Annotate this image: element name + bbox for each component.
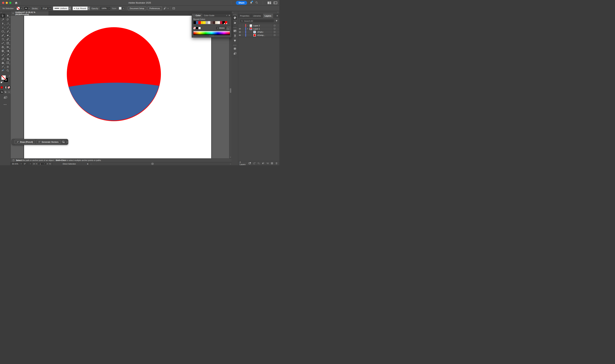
taskbar-more-icon[interactable]: •••	[66, 141, 70, 143]
search-input[interactable]	[244, 20, 273, 22]
swatches-panel-icon[interactable]	[233, 29, 237, 33]
recent-color-swatch[interactable]	[218, 21, 220, 24]
panel-menu-icon[interactable]: ≡	[275, 14, 279, 18]
hex-color-value[interactable]: ff0000	[219, 27, 225, 29]
search-icon[interactable]	[255, 1, 258, 4]
first-artboard-icon[interactable]: ◀	[33, 163, 35, 165]
target-circle[interactable]	[272, 30, 277, 33]
minimize-window-button[interactable]	[6, 2, 8, 4]
ellipse-tool[interactable]	[0, 29, 5, 33]
rotation-dropdown[interactable]: 0° ∨	[23, 162, 32, 165]
sublayer-thumbnail[interactable]	[253, 34, 256, 37]
rotate-view-tool[interactable]	[0, 68, 5, 72]
chevron-down-icon[interactable]: ∨	[48, 7, 52, 10]
draw-pencil-button[interactable]: Draw (Pencil)	[14, 140, 35, 144]
tab-properties[interactable]: Properties	[238, 14, 251, 18]
direct-selection-tool[interactable]	[5, 14, 10, 18]
opacity-expand-arrow[interactable]: ›	[108, 7, 111, 10]
recent-color-swatch[interactable]	[208, 21, 210, 24]
recent-color-swatch[interactable]	[213, 21, 215, 24]
color-button[interactable]	[0, 86, 3, 89]
close-window-button[interactable]	[2, 2, 4, 4]
snapping-options-dropdown[interactable]: ∨	[163, 7, 169, 10]
sublayer-name[interactable]: <Comp...	[257, 34, 272, 36]
type-tool[interactable]: T	[0, 26, 5, 29]
document-tab[interactable]: × Untitled-5* @ 30.41 % (RGB/Preview)	[11, 11, 48, 15]
tab-libraries[interactable]: Libraries	[251, 14, 263, 18]
panel-overflow-icon[interactable]: »	[226, 14, 227, 16]
fill-color-dropdown[interactable]: ∨	[16, 6, 23, 10]
layer-row-path[interactable]: <Path>	[238, 30, 279, 34]
opacity-label[interactable]: Opacity:	[91, 7, 98, 9]
white-color-swatch[interactable]	[198, 27, 201, 29]
search-box[interactable]	[240, 19, 274, 23]
locate-object-icon[interactable]	[257, 162, 260, 165]
recent-color-swatch[interactable]	[196, 21, 198, 24]
workspace-switcher-icon[interactable]	[268, 2, 271, 4]
dimension-tool[interactable]	[0, 53, 5, 57]
new-layer-icon[interactable]	[271, 162, 273, 165]
horizontal-scrollbar[interactable]: ‹ ›	[90, 162, 232, 165]
tab-color-guide[interactable]: Color Guide	[202, 13, 216, 17]
layer-row-compound[interactable]: <Comp...	[238, 34, 279, 37]
layer-row-layer1[interactable]: ∨ Layer 1	[238, 27, 279, 30]
artboard-tool[interactable]	[5, 61, 10, 65]
artboard[interactable]	[24, 16, 212, 158]
zoom-level-dropdown[interactable]: 30.41% ∨	[11, 162, 23, 165]
lock-toggle[interactable]	[242, 27, 245, 30]
draw-normal-icon[interactable]	[0, 90, 3, 94]
fill-indicator-none[interactable]	[1, 75, 6, 80]
hex-color-field[interactable]: # ff0000	[216, 26, 226, 30]
stroke-weight-field[interactable]: ∧∨ 15 pt ∨	[39, 6, 52, 10]
color-guide-panel-icon[interactable]	[233, 20, 237, 25]
expand-chevron-icon[interactable]: ›	[246, 25, 250, 26]
width-profile-dropdown[interactable]: Uniform ∨	[53, 6, 71, 10]
dock-drag-handle[interactable]	[233, 27, 237, 28]
recent-color-swatch[interactable]	[194, 21, 196, 24]
slice-tool[interactable]	[0, 65, 5, 68]
eraser-tool[interactable]	[5, 33, 10, 37]
shift-spectrum-icon[interactable]	[227, 27, 230, 29]
filter-icon[interactable]	[275, 20, 278, 22]
export-icon[interactable]	[253, 162, 256, 165]
home-icon[interactable]	[14, 1, 18, 4]
default-fill-stroke-icon[interactable]	[1, 81, 3, 83]
recent-color-swatch[interactable]	[206, 21, 208, 24]
stroke-label[interactable]: Stroke:	[32, 7, 38, 9]
scroll-left-icon[interactable]: ‹	[91, 162, 91, 165]
recent-color-swatch[interactable]	[203, 21, 206, 24]
collapse-dock-icon[interactable]: »	[277, 11, 278, 14]
recent-color-swatch[interactable]	[198, 21, 201, 24]
gradient-button[interactable]	[4, 86, 7, 89]
preferences-button[interactable]: Preferences	[148, 7, 162, 10]
draw-inside-icon[interactable]	[7, 90, 11, 94]
edit-toolbar-icon[interactable]: •••	[4, 103, 7, 105]
sublayer-name[interactable]: <Path>	[257, 31, 272, 33]
draw-behind-icon[interactable]	[4, 90, 7, 94]
collapse-tools-icon[interactable]: «	[0, 11, 2, 13]
visibility-eye-icon[interactable]	[238, 34, 242, 37]
corner-style-dropdown[interactable]: 3 pt. Round ∨	[72, 6, 90, 10]
tab-color[interactable]: ◇ Color	[192, 13, 202, 17]
perspective-grid-tool[interactable]	[5, 45, 10, 49]
generate-vectors-button[interactable]: Generate Vectors	[36, 140, 61, 144]
share-button[interactable]: Share	[236, 1, 247, 5]
layer-name[interactable]: Layer 1	[253, 28, 272, 30]
rotate-tool[interactable]	[0, 37, 5, 41]
notifications-bell-icon[interactable]	[250, 1, 253, 4]
shape-builder-tool[interactable]	[0, 45, 5, 49]
make-clipping-mask-icon[interactable]	[262, 162, 265, 165]
color-spectrum[interactable]	[193, 31, 230, 35]
tab-layers[interactable]: Layers	[263, 14, 273, 18]
recent-color-swatch[interactable]	[220, 21, 223, 24]
magic-wand-tool[interactable]	[0, 18, 5, 22]
pen-tool[interactable]	[0, 22, 5, 26]
artwork[interactable]	[24, 16, 212, 158]
target-circle[interactable]	[272, 27, 277, 30]
none-color-swatch[interactable]	[193, 27, 196, 29]
status-expand-icon[interactable]: ▶	[86, 162, 90, 165]
horizontal-scroll-thumb[interactable]	[151, 163, 154, 165]
artboard-number-dropdown[interactable]: 1 ∨	[38, 162, 46, 165]
screen-mode-icon[interactable]	[3, 96, 7, 99]
last-artboard-icon[interactable]: ▶	[49, 163, 51, 165]
